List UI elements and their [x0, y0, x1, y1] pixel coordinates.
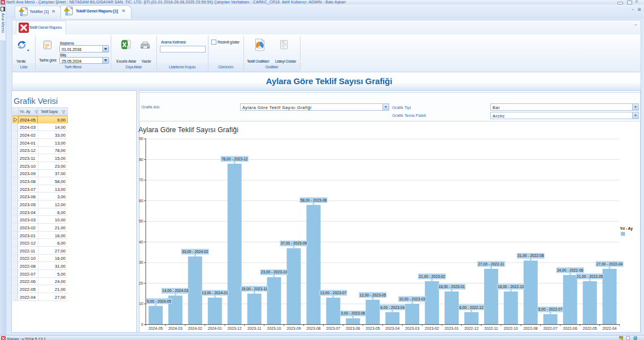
svg-text:6,00 - 2022-12: 6,00 - 2022-12 [459, 306, 484, 310]
svg-text:21,00 - 2022-05: 21,00 - 2022-05 [577, 274, 603, 278]
svg-text:2024-05: 2024-05 [149, 326, 163, 330]
svg-text:31,00 - 2022-08: 31,00 - 2022-08 [517, 254, 544, 258]
svg-text:2023-08: 2023-08 [307, 326, 321, 330]
svg-text:2023-07: 2023-07 [326, 326, 340, 330]
svg-text:2023-11: 2023-11 [247, 326, 262, 330]
svg-text:10: 10 [139, 302, 143, 306]
svg-text:2022-10: 2022-10 [504, 326, 518, 330]
svg-text:37,00 - 2023-09: 37,00 - 2023-09 [281, 241, 307, 245]
svg-text:2023-02: 2023-02 [425, 326, 439, 330]
svg-text:50: 50 [139, 219, 143, 223]
svg-text:60: 60 [139, 199, 143, 203]
svg-text:23,00 - 2023-10: 23,00 - 2023-10 [261, 270, 288, 274]
svg-text:3,00 - 2023-06: 3,00 - 2023-06 [341, 311, 365, 315]
svg-text:2022-07: 2022-07 [543, 326, 558, 330]
svg-text:16,00 - 2023-01: 16,00 - 2023-01 [438, 285, 465, 289]
svg-text:15,00 - 2023-11: 15,00 - 2023-11 [241, 287, 267, 291]
svg-text:6,00 - 2023-04: 6,00 - 2023-04 [380, 306, 404, 310]
svg-text:2022-12: 2022-12 [464, 326, 478, 330]
svg-text:16,00 - 2022-10: 16,00 - 2022-10 [498, 285, 524, 289]
svg-text:2022-06: 2022-06 [563, 326, 577, 330]
svg-text:20: 20 [139, 281, 143, 285]
svg-text:2024-02: 2024-02 [188, 326, 202, 330]
svg-text:2022-08: 2022-08 [524, 326, 538, 330]
svg-text:Yıl - Ay: Yıl - Ay [620, 226, 633, 231]
svg-text:58,00 - 2023-08: 58,00 - 2023-08 [301, 198, 327, 202]
svg-text:2022-04: 2022-04 [603, 326, 617, 330]
svg-text:9,00 - 2024-05: 9,00 - 2024-05 [147, 299, 171, 303]
svg-text:21,00 - 2023-02: 21,00 - 2023-02 [419, 274, 445, 278]
svg-text:78,00 - 2023-12: 78,00 - 2023-12 [221, 157, 248, 161]
svg-text:24,00 - 2022-06: 24,00 - 2022-06 [557, 268, 584, 272]
svg-text:27,00 - 2022-11: 27,00 - 2022-11 [478, 262, 504, 266]
svg-text:2023-03: 2023-03 [405, 326, 419, 330]
svg-text:2024-03: 2024-03 [168, 326, 182, 330]
svg-text:13,00 - 2024-01: 13,00 - 2024-01 [202, 291, 228, 295]
svg-text:2024-01: 2024-01 [208, 326, 222, 330]
svg-text:0: 0 [141, 322, 143, 326]
svg-text:2023-06: 2023-06 [346, 326, 360, 330]
svg-text:14,00 - 2024-03: 14,00 - 2024-03 [162, 289, 189, 293]
svg-text:70: 70 [139, 178, 143, 182]
svg-text:5,00 - 2022-07: 5,00 - 2022-07 [538, 307, 563, 311]
svg-text:90: 90 [139, 137, 143, 141]
svg-text:2022-11: 2022-11 [484, 326, 498, 330]
svg-text:13,00 - 2023-07: 13,00 - 2023-07 [320, 291, 347, 295]
svg-text:30: 30 [139, 260, 143, 264]
svg-text:2023-09: 2023-09 [287, 326, 301, 330]
svg-text:2023-05: 2023-05 [365, 326, 380, 330]
svg-text:12,00 - 2023-05: 12,00 - 2023-05 [360, 293, 386, 297]
svg-text:10,00 - 2023-03: 10,00 - 2023-03 [399, 297, 425, 301]
svg-text:2023-04: 2023-04 [385, 326, 399, 330]
svg-text:27,00 - 2022-04: 27,00 - 2022-04 [597, 262, 623, 266]
svg-text:80: 80 [139, 158, 143, 162]
svg-text:2023-01: 2023-01 [445, 326, 459, 330]
svg-text:2022-05: 2022-05 [583, 326, 597, 330]
svg-text:40: 40 [139, 240, 143, 244]
svg-text:33,00 - 2024-02: 33,00 - 2024-02 [182, 250, 208, 254]
svg-text:2023-10: 2023-10 [267, 326, 281, 330]
svg-text:2023-12: 2023-12 [228, 326, 242, 330]
